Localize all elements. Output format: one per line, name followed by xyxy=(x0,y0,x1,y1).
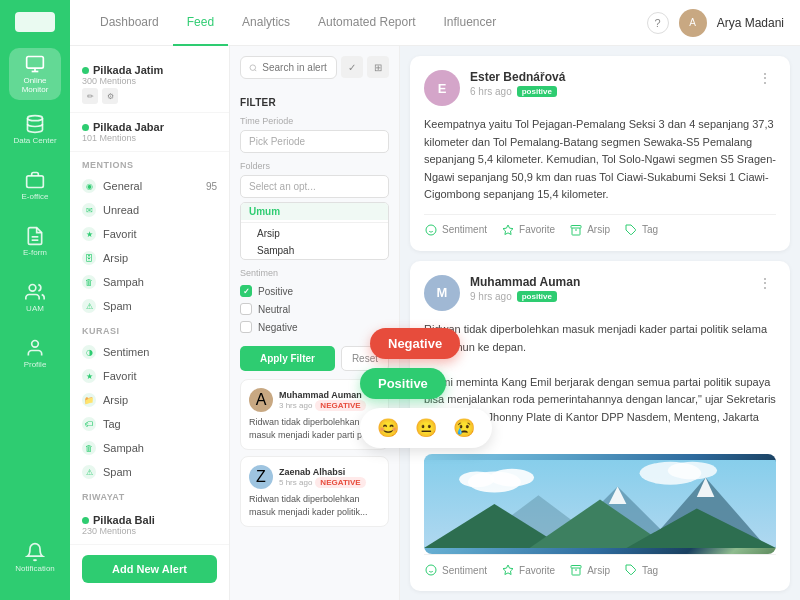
general-icon: ◉ xyxy=(82,179,96,193)
alert-title-jatim: Pilkada Jatim xyxy=(82,64,217,76)
sentiment-neutral[interactable]: Neutral xyxy=(240,300,389,318)
folder-umum[interactable]: Umum xyxy=(241,203,388,220)
alert-settings-btn[interactable]: ⚙ xyxy=(102,88,118,104)
sidebar-item-eoffice[interactable]: E-office xyxy=(9,160,61,212)
menu-unread[interactable]: ✉ Unread xyxy=(70,198,229,222)
card-name-1: Ester Bednářová xyxy=(470,70,754,84)
card-image xyxy=(424,454,776,554)
tab-analytics[interactable]: Analytics xyxy=(228,0,304,46)
emoji-sad[interactable]: 😢 xyxy=(450,414,478,442)
card-action-sentiment-1[interactable]: Sentiment xyxy=(424,223,487,237)
sidebar-item-uam[interactable]: UAM xyxy=(9,272,61,324)
card-action-tag-1[interactable]: Tag xyxy=(624,223,658,237)
tab-influencer[interactable]: Influencer xyxy=(430,0,511,46)
menu-kurasi-tag[interactable]: 🏷 Tag xyxy=(70,412,229,436)
sidebar-item-eform[interactable]: E-form xyxy=(9,216,61,268)
card-action-sentiment-2[interactable]: Sentiment xyxy=(424,563,487,577)
time-period-label: Time Periode xyxy=(240,116,389,126)
uam-icon xyxy=(25,282,45,302)
menu-kurasi-favorit[interactable]: ★ Favorit xyxy=(70,364,229,388)
arsip-action-icon xyxy=(569,223,583,237)
tag-icon: 🏷 xyxy=(82,417,96,431)
time-period-select[interactable]: Pick Periode xyxy=(240,130,389,153)
feed-badge-1: NEGATIVE xyxy=(315,400,365,411)
svg-point-23 xyxy=(668,462,717,480)
svg-point-7 xyxy=(29,285,36,292)
add-alert-button[interactable]: Add New Alert xyxy=(82,555,217,583)
card-text-1: Keempatnya yaitu Tol Pejagan-Pemalang Se… xyxy=(424,116,776,204)
menu-kurasi-sentimen[interactable]: ◑ Sentimen xyxy=(70,340,229,364)
unread-icon: ✉ xyxy=(82,203,96,217)
alert-item-jabar[interactable]: Pilkada Jabar 101 Mentions xyxy=(70,113,229,152)
kurasi-arsip-icon: 📁 xyxy=(82,393,96,407)
card-action-arsip-1[interactable]: Arsip xyxy=(569,223,610,237)
feed-preview-list: A Muhammad Auman 3 hrs ago NEGATIVE Ridw… xyxy=(240,379,389,527)
feed-text-2: Ridwan tidak diperbolehkan masuk menjadi… xyxy=(249,493,380,518)
card-platform-2: positive xyxy=(517,291,557,302)
menu-kurasi-spam[interactable]: ⚠ Spam xyxy=(70,460,229,484)
avatar: A xyxy=(679,9,707,37)
kurasi-sampah-icon: 🗑 xyxy=(82,441,96,455)
folders-select[interactable]: Select an opt... xyxy=(240,175,389,198)
menu-spam[interactable]: ⚠ Spam xyxy=(70,294,229,318)
search-row: ✓ ⊞ xyxy=(240,56,389,89)
alert-item-jatim[interactable]: Pilkada Jatim 300 Mentions ✏ ⚙ xyxy=(70,56,229,113)
menu-arsip[interactable]: 🗄 Arsip xyxy=(70,246,229,270)
sentiment-negative[interactable]: Negative xyxy=(240,318,389,336)
tab-feed[interactable]: Feed xyxy=(173,0,228,46)
folder-arsip[interactable]: Arsip xyxy=(241,225,388,242)
card-more-2[interactable]: ⋮ xyxy=(754,275,776,291)
sidebar-item-online-monitor[interactable]: Online Monitor xyxy=(9,48,61,100)
tab-automated-report[interactable]: Automated Report xyxy=(304,0,429,46)
card-action-favorite-2[interactable]: Favorite xyxy=(501,563,555,577)
neutral-checkbox[interactable] xyxy=(240,303,252,315)
alert-item-bali[interactable]: Pilkada Bali 230 Mentions xyxy=(70,506,229,545)
search-checkmark-btn[interactable]: ✓ xyxy=(341,56,363,78)
help-button[interactable]: ? xyxy=(647,12,669,34)
sidebar-logo xyxy=(15,12,55,32)
card-action-arsip-2[interactable]: Arsip xyxy=(569,563,610,577)
main-content: Pilkada Jatim 300 Mentions ✏ ⚙ Pilkada J… xyxy=(70,46,800,600)
svg-point-21 xyxy=(459,472,494,488)
alert-dot-bali xyxy=(82,517,89,524)
svg-rect-36 xyxy=(571,566,581,569)
alert-count-bali: 230 Mentions xyxy=(82,526,217,536)
feed-name-2: Zaenab Alhabsi xyxy=(279,467,366,477)
sidebar-item-profile[interactable]: Profile xyxy=(9,328,61,380)
card-avatar-2: M xyxy=(424,275,460,311)
card-more-1[interactable]: ⋮ xyxy=(754,70,776,86)
card-action-favorite-1[interactable]: Favorite xyxy=(501,223,555,237)
search-icon xyxy=(249,63,257,73)
sentiment-positive[interactable]: ✓ Positive xyxy=(240,282,389,300)
filter-label: FILTER xyxy=(240,97,389,108)
alert-edit-btn[interactable]: ✏ xyxy=(82,88,98,104)
positive-checkbox[interactable]: ✓ xyxy=(240,285,252,297)
folder-divider-1 xyxy=(241,222,388,223)
negative-checkbox[interactable] xyxy=(240,321,252,333)
riwayat-section-label: RIWAYAT xyxy=(70,484,229,506)
card-action-tag-2[interactable]: Tag xyxy=(624,563,658,577)
tab-dashboard[interactable]: Dashboard xyxy=(86,0,173,46)
content-card-1: E Ester Bednářová 6 hrs ago positive ⋮ K… xyxy=(410,56,790,251)
menu-general[interactable]: ◉ General 95 xyxy=(70,174,229,198)
menu-kurasi-arsip[interactable]: 📁 Arsip xyxy=(70,388,229,412)
folder-sampah[interactable]: Sampah xyxy=(241,242,388,259)
alert-dot-jabar xyxy=(82,124,89,131)
topnav-tabs: Dashboard Feed Analytics Automated Repor… xyxy=(86,0,510,46)
menu-favorit[interactable]: ★ Favorit xyxy=(70,222,229,246)
bell-icon xyxy=(25,542,45,562)
emoji-neutral[interactable]: 😐 xyxy=(412,414,440,442)
svg-point-20 xyxy=(490,469,534,487)
menu-kurasi-sampah[interactable]: 🗑 Sampah xyxy=(70,436,229,460)
arsip-icon-2 xyxy=(569,563,583,577)
sidebar-item-notification[interactable]: Notification xyxy=(9,532,61,584)
emoji-happy[interactable]: 😊 xyxy=(374,414,402,442)
sentiment-icon xyxy=(424,223,438,237)
menu-sampah[interactable]: 🗑 Sampah xyxy=(70,270,229,294)
search-grid-btn[interactable]: ⊞ xyxy=(367,56,389,78)
sidebar-item-data-center[interactable]: Data Center xyxy=(9,104,61,156)
feed-preview-item-2[interactable]: Z Zaenab Alhabsi 5 hrs ago NEGATIVE Ridw… xyxy=(240,456,389,527)
kurasi-spam-icon: ⚠ xyxy=(82,465,96,479)
search-input[interactable] xyxy=(262,62,328,73)
apply-filter-button[interactable]: Apply Filter xyxy=(240,346,335,371)
